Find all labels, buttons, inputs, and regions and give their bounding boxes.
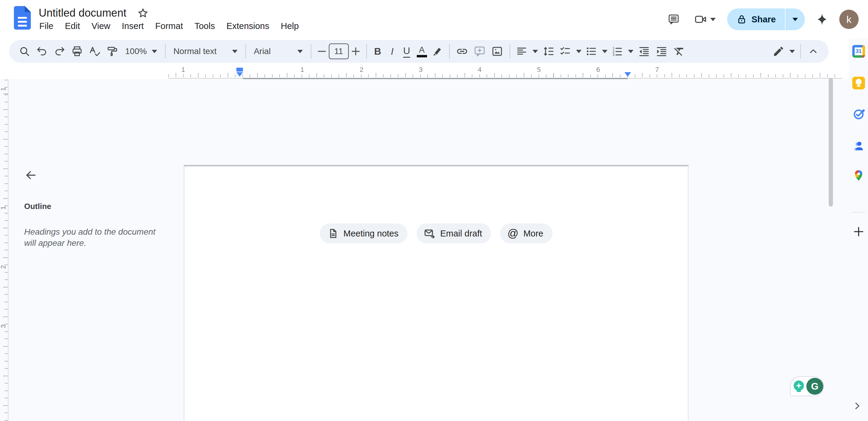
at-icon: @ [507, 227, 519, 240]
side-panel: 31 [849, 39, 868, 421]
font-value: Arial [254, 46, 271, 56]
share-button[interactable]: Share [727, 8, 785, 30]
menu-edit[interactable]: Edit [63, 20, 82, 32]
toolbar: 100% Normal text Arial 11 B I U A [9, 40, 829, 63]
outline-title: Outline [24, 202, 169, 211]
bulleted-list-select[interactable] [583, 45, 609, 57]
menu-extensions[interactable]: Extensions [224, 20, 271, 32]
outline-panel: Outline Headings you add to the document… [18, 167, 169, 249]
hide-menus-icon[interactable] [805, 42, 822, 60]
close-outline-icon[interactable] [22, 167, 39, 184]
chevron-down-icon [789, 50, 795, 53]
zoom-select[interactable]: 100% [121, 46, 161, 56]
font-select[interactable]: Arial [250, 46, 307, 56]
grammarly-logo-icon[interactable]: G [806, 378, 823, 395]
document-page[interactable]: Meeting notes Email draft @ More [184, 166, 688, 421]
meeting-notes-chip[interactable]: Meeting notes [320, 224, 407, 244]
clear-formatting-icon[interactable] [670, 42, 688, 60]
star-icon[interactable] [134, 4, 152, 22]
search-menus-icon[interactable] [16, 42, 33, 60]
menu-insert[interactable]: Insert [120, 20, 146, 32]
chevron-down-icon [532, 50, 538, 53]
outline-empty-message: Headings you add to the document will ap… [24, 226, 163, 249]
style-value: Normal text [174, 46, 217, 56]
join-call-button[interactable] [691, 10, 719, 28]
menu-help[interactable]: Help [279, 20, 301, 32]
vertical-ruler[interactable]: 1 1 2 3 [0, 79, 17, 421]
comment-history-icon[interactable] [665, 10, 682, 28]
font-size-input[interactable]: 11 [329, 43, 349, 59]
menu-file[interactable]: File [37, 20, 55, 32]
share-button-group: Share [727, 8, 805, 30]
contacts-icon[interactable] [852, 139, 865, 152]
paragraph-style-select[interactable]: Normal text [169, 46, 242, 56]
left-indent-marker[interactable] [236, 72, 243, 77]
insert-image-icon[interactable] [488, 42, 506, 60]
menu-view[interactable]: View [90, 20, 112, 32]
calendar-icon[interactable]: 31 [852, 45, 865, 58]
chevron-down-icon [232, 50, 238, 53]
undo-icon[interactable] [33, 42, 51, 60]
redo-icon[interactable] [51, 42, 68, 60]
menu-bar: File Edit View Insert Format Tools Exten… [37, 20, 301, 32]
insert-link-icon[interactable] [453, 42, 471, 60]
decrease-indent-icon[interactable] [635, 42, 653, 60]
chevron-down-icon [793, 18, 798, 21]
chevron-down-icon [710, 18, 716, 21]
chevron-down-icon [628, 50, 633, 53]
grammarly-suggestion-icon[interactable] [793, 381, 805, 392]
grammarly-widget[interactable]: G [790, 376, 824, 396]
menu-format[interactable]: Format [154, 20, 185, 32]
vertical-scrollbar[interactable] [829, 78, 833, 206]
highlight-color-icon[interactable] [430, 42, 445, 60]
maps-icon[interactable] [852, 169, 865, 182]
add-comment-icon[interactable] [471, 42, 488, 60]
horizontal-ruler[interactable]: 1 1 2 3 4 5 6 7 [0, 64, 868, 79]
spell-check-icon[interactable] [86, 42, 103, 60]
chevron-down-icon [298, 50, 303, 53]
editing-mode-select[interactable] [771, 45, 797, 57]
building-blocks-row: Meeting notes Email draft @ More [184, 224, 688, 244]
chevron-down-icon [602, 50, 608, 53]
tasks-icon[interactable] [852, 107, 865, 120]
google-docs-logo-icon[interactable] [14, 6, 31, 30]
share-dropdown-button[interactable] [785, 8, 805, 30]
first-line-indent-marker[interactable] [236, 68, 243, 72]
header: Untitled document File Edit View Insert … [0, 0, 868, 38]
italic-button[interactable]: I [385, 42, 400, 60]
line-spacing-icon[interactable] [540, 42, 557, 60]
underline-button[interactable]: U [400, 42, 414, 60]
chevron-down-icon [576, 50, 582, 53]
text-color-button[interactable]: A [414, 42, 430, 60]
checklist-select[interactable] [557, 45, 583, 57]
editor-canvas: Outline Headings you add to the document… [0, 79, 868, 421]
gemini-sparkle-icon[interactable] [813, 10, 831, 28]
account-avatar[interactable]: k [839, 10, 859, 29]
more-building-blocks-chip[interactable]: @ More [500, 224, 553, 244]
print-icon[interactable] [68, 42, 86, 60]
hide-side-panel-chevron-icon[interactable] [850, 399, 864, 413]
chevron-down-icon [152, 50, 157, 53]
decrease-font-size-button[interactable] [315, 42, 329, 60]
menu-tools[interactable]: Tools [192, 20, 217, 32]
right-indent-marker[interactable] [624, 72, 631, 77]
increase-font-size-button[interactable] [349, 42, 363, 60]
bold-button[interactable]: B [371, 42, 385, 60]
get-addons-plus-icon[interactable] [852, 225, 866, 238]
document-title[interactable]: Untitled document [39, 7, 126, 19]
keep-icon[interactable] [852, 77, 865, 89]
share-label: Share [751, 14, 776, 25]
numbered-list-select[interactable]: 123 [609, 45, 635, 57]
zoom-value: 100% [125, 46, 147, 56]
paint-format-icon[interactable] [103, 42, 121, 60]
align-select[interactable] [514, 45, 540, 57]
svg-text:3: 3 [612, 53, 614, 57]
email-draft-chip[interactable]: Email draft [416, 224, 491, 244]
increase-indent-icon[interactable] [653, 42, 670, 60]
